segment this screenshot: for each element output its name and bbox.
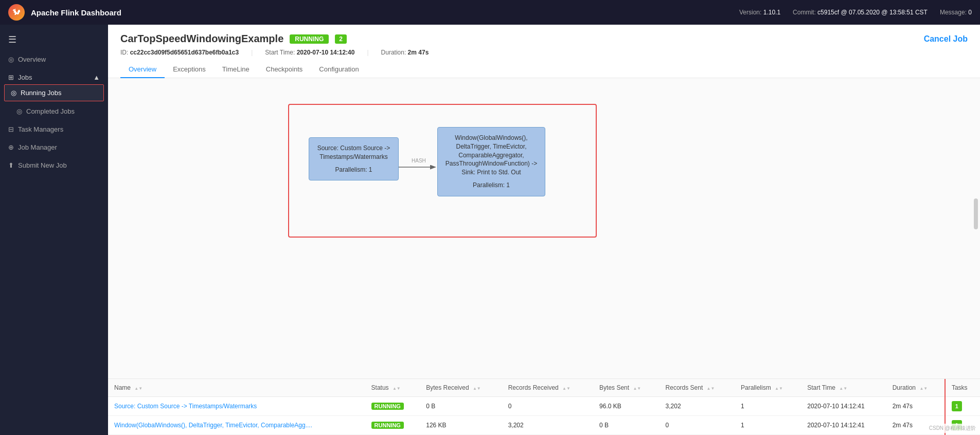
cell-name[interactable]: Window(GlobalWindows(), DeltaTrigger, Ti…: [108, 416, 365, 435]
col-tasks: Tasks: [945, 379, 980, 397]
overview-icon: ◎: [8, 56, 14, 63]
sidebar-item-submit-new-job[interactable]: ⬆ Submit New Job: [0, 156, 108, 174]
col-bytes-received: Bytes Received ▲▼: [420, 379, 502, 397]
cell-duration: 2m 47s: [886, 397, 945, 416]
table-row: Source: Custom Source -> Timestamps/Wate…: [108, 397, 980, 416]
sidebar: ☰ ◎ Overview ⊞ Jobs ▲ ◎ Running Jobs ◎ C…: [0, 25, 108, 435]
chevron-up-icon: ▲: [93, 74, 100, 81]
col-bytes-sent: Bytes Sent ▲▼: [593, 379, 660, 397]
sidebar-item-completed-jobs[interactable]: ◎ Completed Jobs: [0, 102, 108, 120]
node-source-label: Source: Custom Source -> Timestamps/Wate…: [316, 144, 391, 161]
col-status: Status ▲▼: [365, 379, 420, 397]
col-parallelism: Parallelism ▲▼: [735, 379, 801, 397]
sidebar-item-job-manager[interactable]: ⊕ Job Manager: [0, 138, 108, 156]
jobs-table: Name ▲▼ Status ▲▼ Bytes Received ▲▼ Reco…: [108, 379, 980, 435]
flink-logo-icon: 🐿: [8, 4, 25, 21]
watermark: CSDN @程序猿进阶: [927, 424, 978, 433]
diagram-canvas: Source: Custom Source -> Timestamps/Wate…: [108, 78, 980, 378]
cell-records-sent: 0: [660, 416, 735, 435]
table-header-row: Name ▲▼ Status ▲▼ Bytes Received ▲▼ Reco…: [108, 379, 980, 397]
version-label: Version: 1.10.1: [739, 9, 780, 16]
sidebar-jobs-section[interactable]: ⊞ Jobs ▲: [0, 68, 108, 83]
node-window-label: Window(GlobalWindows(), DeltaTrigger, Ti…: [445, 134, 538, 177]
task-managers-icon: ⊟: [8, 125, 14, 133]
app-title: Apache Flink Dashboard: [31, 8, 733, 17]
job-task-count-badge: 2: [335, 34, 347, 44]
cell-start-time: 2020-07-10 14:12:41: [801, 397, 886, 416]
cell-tasks: 1: [945, 397, 980, 416]
sidebar-item-task-managers[interactable]: ⊟ Task Managers: [0, 120, 108, 138]
tab-overview[interactable]: Overview: [120, 61, 165, 78]
tab-bar: Overview Exceptions TimeLine Checkpoints…: [120, 61, 968, 78]
cell-records-received: 3,202: [502, 416, 593, 435]
cell-parallelism: 1: [735, 416, 801, 435]
cell-start-time: 2020-07-10 14:12:41: [801, 416, 886, 435]
col-duration: Duration ▲▼: [886, 379, 945, 397]
col-records-sent: Records Sent ▲▼: [660, 379, 735, 397]
job-title: CarTopSpeedWindowingExample: [120, 33, 283, 45]
job-status-badge: RUNNING: [290, 34, 329, 44]
diagram-area[interactable]: Source: Custom Source -> Timestamps/Wate…: [108, 78, 980, 378]
jobs-icon: ⊞: [8, 74, 14, 81]
cell-bytes-received: 126 KB: [420, 416, 502, 435]
job-id-value: cc22cc3d09f5d65651d637be6fb0a1c3: [130, 49, 239, 56]
separator2: |: [367, 49, 368, 56]
topbar-meta: Version: 1.10.1 Commit: c5915cf @ 07.05.…: [739, 9, 972, 16]
job-duration-value: 2m 47s: [408, 49, 429, 56]
message-label: Message: 0: [940, 9, 972, 16]
tab-checkpoints[interactable]: Checkpoints: [258, 61, 311, 78]
cell-name[interactable]: Source: Custom Source -> Timestamps/Wate…: [108, 397, 365, 416]
tab-exceptions[interactable]: Exceptions: [165, 61, 214, 78]
cell-bytes-sent: 0 B: [593, 416, 660, 435]
col-records-received: Records Received ▲▼: [502, 379, 593, 397]
cancel-job-button[interactable]: Cancel Job: [924, 34, 968, 44]
jobs-table-area: Name ▲▼ Status ▲▼ Bytes Received ▲▼ Reco…: [108, 378, 980, 435]
upload-icon: ⬆: [8, 161, 14, 169]
topbar: 🐿 Apache Flink Dashboard Version: 1.10.1…: [0, 0, 980, 25]
scroll-indicator[interactable]: [974, 198, 978, 229]
table-row: Window(GlobalWindows(), DeltaTrigger, Ti…: [108, 416, 980, 435]
cell-status: RUNNING: [365, 397, 420, 416]
col-start-time: Start Time ▲▼: [801, 379, 886, 397]
node-source-parallelism: Parallelism: 1: [316, 166, 391, 174]
cell-records-sent: 3,202: [660, 397, 735, 416]
cell-parallelism: 1: [735, 397, 801, 416]
job-id-label: ID: cc22cc3d09f5d65651d637be6fb0a1c3: [120, 49, 239, 56]
job-manager-icon: ⊕: [8, 143, 14, 151]
node-window[interactable]: Window(GlobalWindows(), DeltaTrigger, Ti…: [437, 127, 545, 196]
job-start-time-label: Start Time: 2020-07-10 14:12:40: [265, 49, 354, 56]
hamburger-menu-icon[interactable]: ☰: [0, 29, 108, 50]
tab-configuration[interactable]: Configuration: [311, 61, 367, 78]
commit-label: Commit: c5915cf @ 07.05.2020 @ 13:58:51 …: [793, 9, 928, 16]
node-source[interactable]: Source: Custom Source -> Timestamps/Wate…: [309, 137, 399, 180]
cell-bytes-received: 0 B: [420, 397, 502, 416]
cell-status: RUNNING: [365, 416, 420, 435]
job-header: CarTopSpeedWindowingExample RUNNING 2 Ca…: [108, 25, 980, 78]
check-circle-icon: ◎: [16, 107, 22, 115]
arrow-label: HASH: [412, 158, 426, 164]
node-window-parallelism: Parallelism: 1: [445, 181, 538, 190]
separator: |: [251, 49, 253, 56]
circle-icon: ◎: [11, 89, 16, 97]
job-start-time-value: 2020-07-10 14:12:40: [297, 49, 355, 56]
main-content: CarTopSpeedWindowingExample RUNNING 2 Ca…: [108, 25, 980, 435]
job-duration-label: Duration: 2m 47s: [381, 49, 429, 56]
cell-records-received: 0: [502, 397, 593, 416]
col-name: Name ▲▼: [108, 379, 365, 397]
tab-timeline[interactable]: TimeLine: [214, 61, 258, 78]
sidebar-item-overview[interactable]: ◎ Overview: [0, 50, 108, 68]
cell-bytes-sent: 96.0 KB: [593, 397, 660, 416]
sidebar-item-running-jobs[interactable]: ◎ Running Jobs: [4, 84, 104, 101]
